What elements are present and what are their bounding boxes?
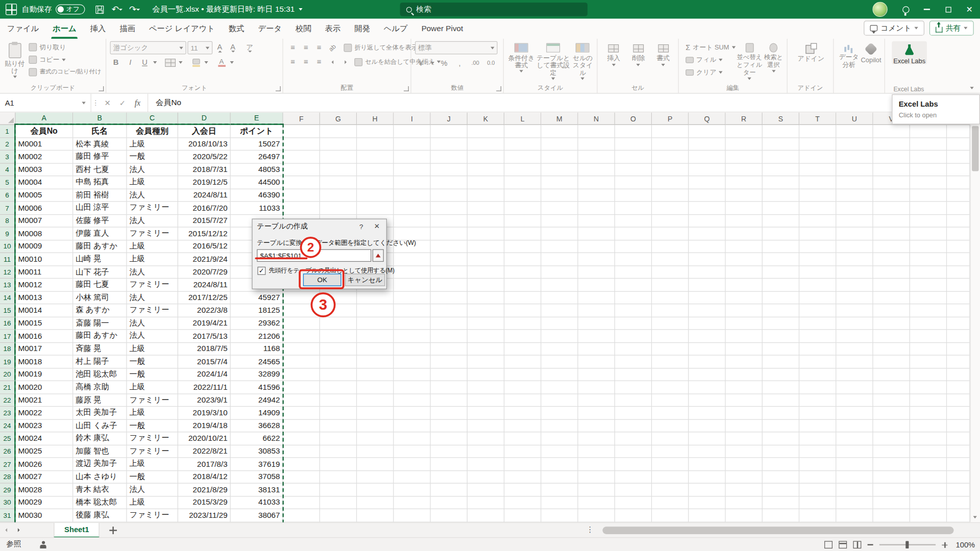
- cell-W24[interactable]: [910, 419, 947, 432]
- cell-M24[interactable]: [541, 419, 578, 432]
- cell-P11[interactable]: [652, 253, 689, 266]
- format-as-table-button[interactable]: テーブルとして書式設定: [535, 41, 571, 80]
- insert-function-button[interactable]: fx: [130, 94, 145, 112]
- cell-F27[interactable]: [283, 458, 320, 471]
- find-select-button[interactable]: 検索と選択: [763, 41, 784, 80]
- cell-S2[interactable]: [763, 138, 799, 151]
- redo-button[interactable]: ↷: [127, 3, 143, 16]
- cell-M30[interactable]: [541, 496, 578, 509]
- cell-V26[interactable]: [873, 445, 910, 458]
- cell-J31[interactable]: [431, 509, 468, 522]
- cell-L28[interactable]: [504, 471, 541, 484]
- cell-E3[interactable]: 26497: [231, 151, 283, 163]
- cell-P12[interactable]: [652, 266, 689, 279]
- cell-T14[interactable]: [799, 291, 836, 304]
- cell-D22[interactable]: 2023/9/1: [178, 394, 231, 407]
- column-header-A[interactable]: A: [16, 112, 74, 124]
- cell-P16[interactable]: [652, 317, 689, 330]
- cell-B12[interactable]: 山下 花子: [73, 266, 127, 279]
- cell-A12[interactable]: M0011: [16, 266, 74, 279]
- cell-X22[interactable]: [947, 394, 970, 407]
- cell-E21[interactable]: 41596: [231, 381, 283, 394]
- cell-E2[interactable]: 15027: [231, 138, 283, 151]
- cell-F25[interactable]: [283, 432, 320, 445]
- cell-K21[interactable]: [468, 381, 504, 394]
- cell-K18[interactable]: [468, 343, 504, 356]
- cell-S31[interactable]: [763, 509, 799, 522]
- cell-L4[interactable]: [504, 163, 541, 176]
- cell-V29[interactable]: [873, 484, 910, 496]
- cell-B24[interactable]: 山田 くみ子: [73, 419, 127, 432]
- cell-K5[interactable]: [468, 176, 504, 189]
- cell-M18[interactable]: [541, 343, 578, 356]
- cell-M8[interactable]: [541, 215, 578, 228]
- cell-E19[interactable]: 24565: [231, 356, 283, 368]
- format-painter-button[interactable]: 書式のコピー/貼り付け: [27, 66, 103, 78]
- cell-V16[interactable]: [873, 317, 910, 330]
- cell-E6[interactable]: 46390: [231, 189, 283, 202]
- cell-N17[interactable]: [578, 330, 615, 343]
- cell-P23[interactable]: [652, 407, 689, 419]
- cell-L8[interactable]: [504, 215, 541, 228]
- cell-A29[interactable]: M0028: [16, 484, 74, 496]
- horizontal-scroll-thumb[interactable]: [602, 527, 953, 534]
- cell-T13[interactable]: [799, 279, 836, 291]
- cell-S22[interactable]: [763, 394, 799, 407]
- cell-G22[interactable]: [320, 394, 357, 407]
- cell-Q2[interactable]: [689, 138, 725, 151]
- cell-U3[interactable]: [836, 151, 873, 163]
- ribbon-tab-2[interactable]: 挿入: [83, 19, 113, 39]
- cell-M17[interactable]: [541, 330, 578, 343]
- cell-B20[interactable]: 池田 聡太郎: [73, 368, 127, 381]
- cell-R29[interactable]: [726, 484, 763, 496]
- phonetic-guide-button[interactable]: ア: [244, 41, 256, 54]
- cell-G3[interactable]: [320, 151, 357, 163]
- cell-R7[interactable]: [726, 202, 763, 215]
- cell-N22[interactable]: [578, 394, 615, 407]
- cell-I31[interactable]: [394, 509, 430, 522]
- cell-T6[interactable]: [799, 189, 836, 202]
- cell-O24[interactable]: [615, 419, 652, 432]
- cell-M11[interactable]: [541, 253, 578, 266]
- cell-D20[interactable]: 2024/1/4: [178, 368, 231, 381]
- cell-U25[interactable]: [836, 432, 873, 445]
- cell-F2[interactable]: [283, 138, 320, 151]
- cell-B22[interactable]: 藤原 晃: [73, 394, 127, 407]
- cell-J2[interactable]: [431, 138, 468, 151]
- dialog-close-button[interactable]: ✕: [372, 222, 382, 231]
- row-header-10[interactable]: 10: [0, 240, 16, 253]
- cell-T30[interactable]: [799, 496, 836, 509]
- cell-A28[interactable]: M0027: [16, 471, 74, 484]
- cell-M15[interactable]: [541, 304, 578, 317]
- cell-L17[interactable]: [504, 330, 541, 343]
- cell-A18[interactable]: M0017: [16, 343, 74, 356]
- cell-O5[interactable]: [615, 176, 652, 189]
- cell-X2[interactable]: [947, 138, 970, 151]
- cell-K31[interactable]: [468, 509, 504, 522]
- cell-X28[interactable]: [947, 471, 970, 484]
- cut-button[interactable]: 切り取り: [27, 41, 103, 53]
- row-header-30[interactable]: 30: [0, 496, 16, 509]
- ribbon-tab-11[interactable]: Power Pivot: [414, 19, 470, 39]
- cell-F24[interactable]: [283, 419, 320, 432]
- cell-O21[interactable]: [615, 381, 652, 394]
- cell-L2[interactable]: [504, 138, 541, 151]
- cell-S6[interactable]: [763, 189, 799, 202]
- cell-R14[interactable]: [726, 291, 763, 304]
- cell-N3[interactable]: [578, 151, 615, 163]
- row-header-23[interactable]: 23: [0, 407, 16, 419]
- cell-T19[interactable]: [799, 356, 836, 368]
- cell-L16[interactable]: [504, 317, 541, 330]
- cell-P14[interactable]: [652, 291, 689, 304]
- cell-A23[interactable]: M0022: [16, 407, 74, 419]
- cell-S21[interactable]: [763, 381, 799, 394]
- cell-M10[interactable]: [541, 240, 578, 253]
- cell-N5[interactable]: [578, 176, 615, 189]
- cell-K22[interactable]: [468, 394, 504, 407]
- cell-T9[interactable]: [799, 228, 836, 240]
- cell-W25[interactable]: [910, 432, 947, 445]
- cell-G18[interactable]: [320, 343, 357, 356]
- cell-N6[interactable]: [578, 189, 615, 202]
- cell-M4[interactable]: [541, 163, 578, 176]
- cell-D6[interactable]: 2024/8/11: [178, 189, 231, 202]
